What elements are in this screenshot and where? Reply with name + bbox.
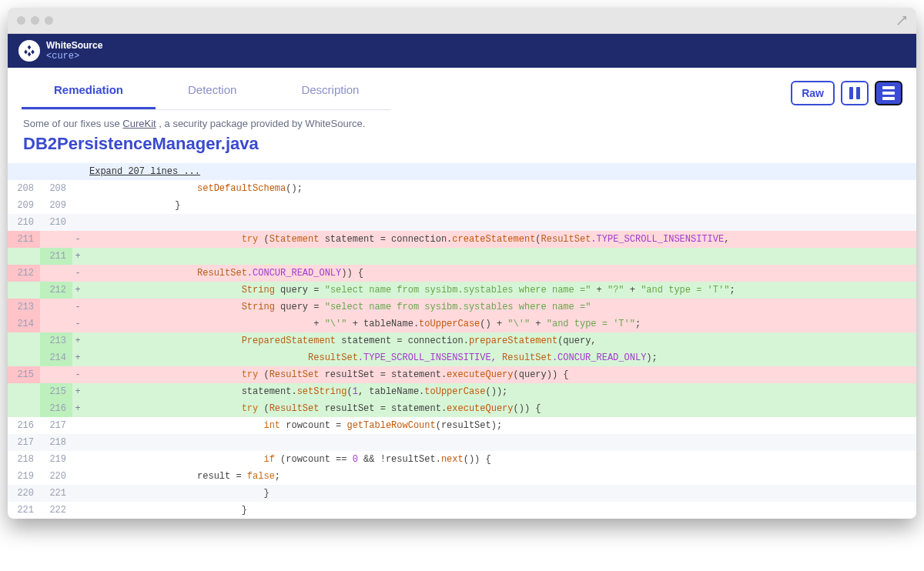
diff-line: 219220 result = false; (8, 468, 916, 485)
rows-icon (882, 86, 895, 100)
tabs: Remediation Detection Description (22, 75, 391, 110)
filename-heading: DB2PersistenceManager.java (8, 134, 916, 163)
diff-line: 221222 } (8, 502, 916, 519)
diff-line: 212- ResultSet.CONCUR_READ_ONLY)) { (8, 265, 916, 282)
columns-icon (849, 87, 860, 99)
note-suffix: , a security package provided by WhiteSo… (156, 118, 366, 129)
diff-line: 210210 (8, 214, 916, 231)
diff-line: 213+ PreparedStatement statement = conne… (8, 332, 916, 349)
diff-line: 216217 int rowcount = getTableRowCount(r… (8, 417, 916, 434)
minimize-dot[interactable] (31, 16, 39, 25)
diff-line: 220221 } (8, 485, 916, 502)
sub-toolbar: Remediation Detection Description Raw (8, 68, 916, 110)
expand-row[interactable]: Expand 207 lines ... (8, 163, 916, 180)
unified-view-button[interactable] (875, 81, 902, 105)
brand-text-block: WhiteSource <cure> (46, 41, 102, 62)
diff-line: 211+ (8, 248, 916, 265)
diff-line: 214+ ResultSet.TYPE_SCROLL_INSENSITIVE, … (8, 349, 916, 366)
diff-line: 208208 setDefaultSchema(); (8, 180, 916, 197)
raw-button[interactable]: Raw (791, 81, 835, 105)
zoom-dot[interactable] (45, 16, 53, 25)
split-view-button[interactable] (841, 81, 869, 105)
diff-line: 218219 if (rowcount == 0 && !resultSet.n… (8, 451, 916, 468)
tab-detection[interactable]: Detection (156, 75, 269, 109)
brand-name: WhiteSource (46, 41, 102, 51)
brand-bar: WhiteSource <cure> (8, 34, 916, 68)
diff-line: 215+ statement.setString(1, tableName.to… (8, 383, 916, 400)
logo-icon (18, 40, 40, 62)
note-prefix: Some of our fixes use (23, 118, 122, 129)
close-dot[interactable] (17, 16, 25, 25)
diff-line: 209209 } (8, 197, 916, 214)
diff-line: 217218 (8, 434, 916, 451)
info-note: Some of our fixes use CureKit , a securi… (8, 110, 916, 134)
diff-line: 215- try (ResultSet resultSet = statemen… (8, 366, 916, 383)
diff-line: 213- String query = "select name from sy… (8, 299, 916, 316)
view-toolbar: Raw (791, 81, 902, 105)
tab-description[interactable]: Description (269, 75, 391, 109)
curekit-link[interactable]: CureKit (122, 118, 156, 129)
diff-line: 211- try (Statement statement = connecti… (8, 231, 916, 248)
window-titlebar (8, 8, 916, 34)
diff-line: 212+ String query = "select name from sy… (8, 282, 916, 299)
app-window: WhiteSource <cure> Remediation Detection… (8, 8, 916, 519)
diff-line: 214- + "\'" + tableName.toUpperCase() + … (8, 316, 916, 332)
window-controls (17, 16, 53, 25)
expand-icon[interactable] (896, 15, 907, 26)
tab-remediation[interactable]: Remediation (22, 75, 156, 109)
brand-subname: <cure> (46, 51, 102, 62)
expand-label: Expand 207 lines ... (83, 163, 916, 180)
diff-view: Expand 207 lines ... 208208 setDefaultSc… (8, 163, 916, 519)
diff-line: 216+ try (ResultSet resultSet = statemen… (8, 400, 916, 417)
